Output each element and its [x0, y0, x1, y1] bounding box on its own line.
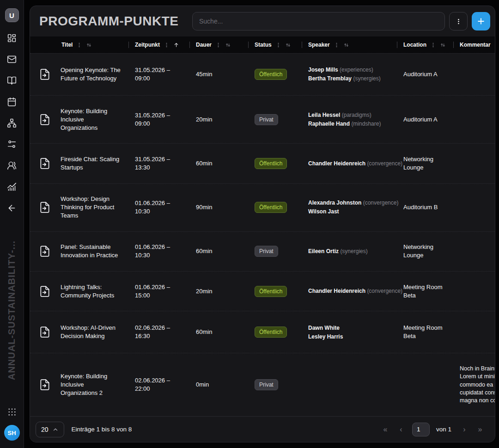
column-sort-location[interactable]	[440, 42, 446, 48]
status-badge: Öffentlich	[255, 286, 287, 297]
sort-asc-icon	[173, 42, 179, 48]
cell-location: Auditorium A	[397, 70, 453, 79]
cell-zeitpunkt: 31.05.2026 – 09:00	[128, 66, 189, 83]
speaker-entry: Alexandra Johnston (convergence)	[308, 199, 392, 207]
dashboard-icon	[7, 33, 17, 43]
cell-location: Meeting Room Beta	[397, 324, 453, 340]
pagination: « ‹ von 1 › »	[379, 423, 487, 436]
file-arrow-icon	[30, 285, 60, 297]
sidebar-item-chart[interactable]	[7, 182, 17, 192]
table-row[interactable]: Keynote: Building Inclusive Organization…	[30, 95, 495, 143]
file-arrow-icon	[30, 245, 60, 257]
cell-zeitpunkt: 01.06.2026 – 15:00	[128, 283, 189, 300]
sidebar-item-mail[interactable]	[7, 54, 17, 64]
kebab-small-icon	[164, 42, 169, 48]
sidebar-item-sitemap[interactable]	[7, 118, 17, 128]
last-page-button[interactable]: »	[474, 424, 487, 436]
chevron-up-icon	[52, 426, 59, 433]
cell-speaker: Chandler Heidenreich (convergence)	[302, 158, 397, 169]
sort-updown-icon	[343, 42, 349, 48]
table-row[interactable]: Panel: Sustainable Innovation in Practic…	[30, 231, 495, 271]
cell-titel: Keynote: Building Inclusive Organization…	[60, 107, 128, 132]
column-sort-status[interactable]	[285, 42, 291, 48]
users-icon	[7, 161, 17, 170]
apps-grid-icon[interactable]	[7, 407, 17, 417]
first-page-button[interactable]: «	[379, 424, 392, 436]
sidebar: U ANNUAL-SUSTAINABILITY-... SH	[0, 0, 24, 448]
cell-zeitpunkt: 31.05.2026 – 13:30	[128, 155, 189, 172]
kebab-small-icon	[276, 42, 281, 48]
cell-status: Privat	[248, 379, 302, 390]
sidebar-item-back[interactable]	[7, 203, 17, 213]
column-header-titel: Titel	[60, 36, 128, 53]
speaker-entry: Chandler Heidenreich (convergence)	[308, 287, 392, 295]
column-menu-dauer[interactable]	[216, 42, 221, 48]
cell-status: Privat	[248, 114, 302, 125]
column-label-dauer: Dauer	[196, 42, 212, 48]
cell-status: Öffentlich	[248, 202, 302, 213]
search-input[interactable]	[192, 12, 445, 30]
kebab-menu-button[interactable]	[449, 12, 468, 30]
page-title: PROGRAMM-PUNKTE	[39, 14, 179, 29]
user-avatar[interactable]: SH	[4, 425, 20, 441]
column-header-location: Location	[397, 36, 453, 53]
column-header-kommentar: Kommentar	[453, 36, 495, 53]
cell-speaker: Alexandra Johnston (convergence)Wilson J…	[302, 198, 397, 217]
column-menu-speaker[interactable]	[334, 42, 339, 48]
sidebar-item-users[interactable]	[7, 161, 17, 170]
panel-header: PROGRAMM-PUNKTE	[30, 6, 495, 36]
table-row[interactable]: Workshop: Design Thinking for Product Te…	[30, 183, 495, 231]
table-row[interactable]: Workshop: AI-Driven Decision Making02.06…	[30, 311, 495, 353]
column-sort-speaker[interactable]	[343, 42, 349, 48]
cell-dauer: 20min	[189, 115, 248, 124]
speaker-entry: Josep Mills (experiences)	[308, 66, 392, 74]
table-footer: 20 Einträge 1 bis 8 von 8 « ‹ von 1 › »	[30, 416, 495, 442]
speaker-entry: Eileen Ortiz (synergies)	[308, 248, 392, 255]
cell-dauer: 60min	[189, 159, 248, 168]
cell-zeitpunkt: 01.06.2026 – 10:30	[128, 243, 189, 260]
sort-updown-icon	[285, 42, 291, 48]
column-menu-zeitpunkt[interactable]	[164, 42, 169, 48]
column-sort-dauer[interactable]	[225, 42, 231, 48]
add-entry-button[interactable]	[472, 12, 490, 30]
cell-titel: Workshop: AI-Driven Decision Making	[60, 324, 128, 340]
column-menu-titel[interactable]	[77, 42, 82, 48]
sidebar-item-dashboard[interactable]	[7, 33, 17, 43]
prev-page-button[interactable]: ‹	[395, 424, 408, 436]
cell-location: Auditorium A	[397, 115, 453, 124]
column-menu-status[interactable]	[276, 42, 281, 48]
page-size-select[interactable]: 20	[36, 422, 64, 437]
column-menu-location[interactable]	[431, 42, 436, 48]
status-badge: Öffentlich	[255, 327, 287, 338]
cell-speaker: Leila Hessel (paradigms)Raphaelle Hand (…	[302, 110, 397, 129]
cell-status: Öffentlich	[248, 286, 302, 297]
cell-zeitpunkt: 02.06.2026 – 16:30	[128, 324, 189, 340]
table-row[interactable]: Opening Keynote: The Future of Technolog…	[30, 53, 495, 95]
file-arrow-icon	[30, 326, 60, 338]
kebab-small-icon	[216, 42, 221, 48]
cell-titel: Keynote: Building Inclusive Organization…	[60, 372, 128, 397]
sidebar-item-book[interactable]	[7, 76, 17, 85]
cell-dauer: 60min	[189, 247, 248, 255]
table-row[interactable]: Fireside Chat: Scaling Startups31.05.202…	[30, 143, 495, 183]
cell-speaker: Dawn WhiteLesley Harris	[302, 323, 397, 342]
cell-speaker: Josep Mills (experiences)Bertha Tremblay…	[302, 65, 397, 84]
file-arrow-icon	[30, 379, 60, 391]
speaker-entry: Chandler Heidenreich (convergence)	[308, 160, 392, 168]
column-label-titel: Titel	[61, 42, 73, 48]
column-sort-zeitpunkt[interactable]	[173, 42, 179, 48]
app-logo: U	[5, 8, 19, 22]
cell-status: Öffentlich	[248, 158, 302, 169]
sidebar-item-calendar[interactable]	[7, 97, 17, 107]
cell-titel: Opening Keynote: The Future of Technolog…	[60, 66, 128, 83]
sidebar-item-sliders[interactable]	[7, 139, 17, 149]
table-row[interactable]: Lightning Talks: Community Projects01.06…	[30, 271, 495, 311]
main-panel: PROGRAMM-PUNKTE TitelZeitpunktDauerStatu…	[30, 6, 495, 442]
file-arrow-icon	[30, 114, 60, 126]
next-page-button[interactable]: ›	[458, 424, 471, 436]
column-sort-titel[interactable]	[86, 42, 92, 48]
cell-speaker: Chandler Heidenreich (convergence)	[302, 286, 397, 297]
table-row[interactable]: Keynote: Building Inclusive Organization…	[30, 353, 495, 416]
status-badge: Privat	[255, 246, 278, 257]
page-number-input[interactable]	[412, 423, 430, 436]
